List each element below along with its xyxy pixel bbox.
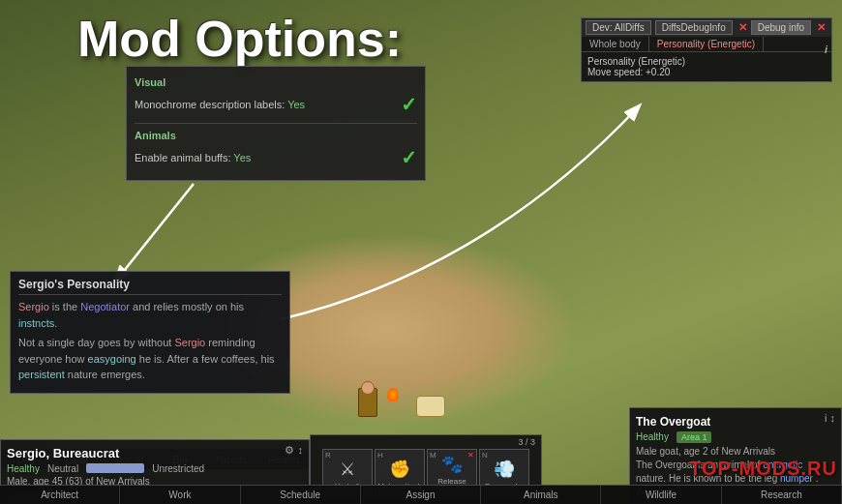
goat-character	[416, 396, 445, 417]
animal-status-row: Healthy Area 1	[636, 431, 835, 443]
char-name: Sergio, Bureaucrat	[7, 446, 119, 460]
nav-bar: Architect Work Schedule Assign Animals W…	[0, 485, 842, 504]
info-icon: i	[825, 44, 827, 55]
sergio-name2: Sergio	[174, 337, 205, 348]
debug-tab2-close[interactable]: ✕	[738, 21, 747, 34]
negotiator-trait: Negotiator	[80, 301, 130, 312]
debug-content: Personality (Energetic) Move speed: +0.2…	[582, 52, 831, 81]
melee-icon: ✊	[389, 459, 410, 480]
visual-section-title: Visual	[135, 74, 417, 90]
debug-tab-alldiffs[interactable]: Dev: AllDiffs	[586, 20, 651, 35]
animal-icons: i ↕	[825, 412, 835, 424]
debug-body-tab-personality[interactable]: Personality (Energetic)	[649, 37, 764, 51]
char-icons: ⚙ ↕	[285, 444, 303, 457]
release-icon: 🐾	[441, 454, 463, 475]
debug-tab-debuginfo[interactable]: Debug info	[751, 20, 811, 35]
nav-research[interactable]: Research	[722, 486, 842, 504]
sergio-name1: Sergio	[18, 301, 49, 312]
option1-row[interactable]: Monochrome description labels: Yes ✓	[135, 90, 417, 119]
nav-architect[interactable]: Architect	[0, 486, 120, 504]
action-counter: 3 / 3	[313, 437, 539, 447]
personality-title: Sergio's Personality	[18, 278, 282, 295]
option2-checkmark: ✓	[401, 146, 417, 169]
char-status-bar	[86, 463, 144, 473]
animal-healthy: Healthy	[636, 431, 669, 443]
hotkey-m: M	[430, 451, 436, 460]
option1-label: Monochrome description labels: Yes	[135, 99, 305, 110]
sergio-character	[358, 388, 377, 417]
debug-body-tab-wholebody[interactable]: Whole body	[582, 37, 649, 51]
debug-body-tabs: Whole body Personality (Energetic) i	[582, 37, 831, 52]
nav-assign[interactable]: Assign	[361, 486, 481, 504]
debug-tab3-close[interactable]: ✕	[817, 21, 826, 34]
nav-wildlife[interactable]: Wildlife	[601, 486, 721, 504]
nav-animals[interactable]: Animals	[481, 486, 601, 504]
char-status-neutral: Neutral	[47, 463, 78, 474]
personality-text1: Sergio is the Negotiator and relies most…	[18, 299, 282, 331]
undraft-icon: ⚔	[340, 459, 355, 480]
watermark: TOP-MODS.RU	[689, 458, 837, 480]
animal-name: The Overgoat	[636, 415, 710, 429]
persistent-trait: persistent	[18, 369, 65, 380]
easygoing-trait: easygoing	[88, 353, 136, 365]
page-title: Mod Options:	[77, 10, 402, 68]
instincts-trait: instncts	[18, 317, 54, 329]
tooltip-line2: Move speed: +0.20	[587, 67, 826, 77]
debug-panel: Dev: AllDiffs DiffsDebugInfo ✕ Debug inf…	[581, 17, 832, 82]
hotkey-r: R	[325, 451, 331, 460]
debug-header: Dev: AllDiffs DiffsDebugInfo ✕ Debug inf…	[582, 18, 831, 37]
smoke-icon: 💨	[494, 459, 515, 480]
char-header: Sergio, Bureaucrat ⚙ ↕	[7, 444, 303, 461]
hotkey-n: N	[482, 451, 488, 460]
char-status-unrestricted: Unrestricted	[152, 463, 204, 474]
campfire-flame	[387, 388, 399, 401]
nav-work[interactable]: Work	[120, 486, 240, 504]
tooltip-line1: Personality (Energetic)	[587, 56, 826, 67]
personality-panel: Sergio's Personality Sergio is the Negot…	[10, 271, 290, 394]
panel-divider	[135, 123, 417, 124]
sergio-head	[361, 381, 375, 395]
animal-desc1: Male goat, age 2 of New Arrivals	[636, 445, 835, 459]
nav-schedule[interactable]: Schedule	[241, 486, 361, 504]
debug-tab-diffsdebug[interactable]: DiffsDebugInfo	[655, 20, 733, 35]
option1-checkmark: ✓	[401, 93, 417, 116]
animal-area-badge: Area 1	[677, 431, 712, 443]
hotkey-h: H	[377, 451, 383, 460]
char-status-row: Healthy Neutral Unrestricted	[7, 463, 303, 474]
mod-options-panel: Visual Monochrome description labels: Ye…	[126, 66, 426, 181]
option2-label: Enable animal buffs: Yes	[135, 152, 251, 163]
option2-row[interactable]: Enable animal buffs: Yes ✓	[135, 143, 417, 172]
personality-text2: Not a single day goes by without Sergio …	[18, 335, 282, 383]
animal-header: The Overgoat i ↕	[636, 412, 835, 430]
animals-section-title: Animals	[135, 128, 417, 143]
char-status-healthy: Healthy	[7, 463, 40, 474]
campfire	[385, 388, 401, 407]
